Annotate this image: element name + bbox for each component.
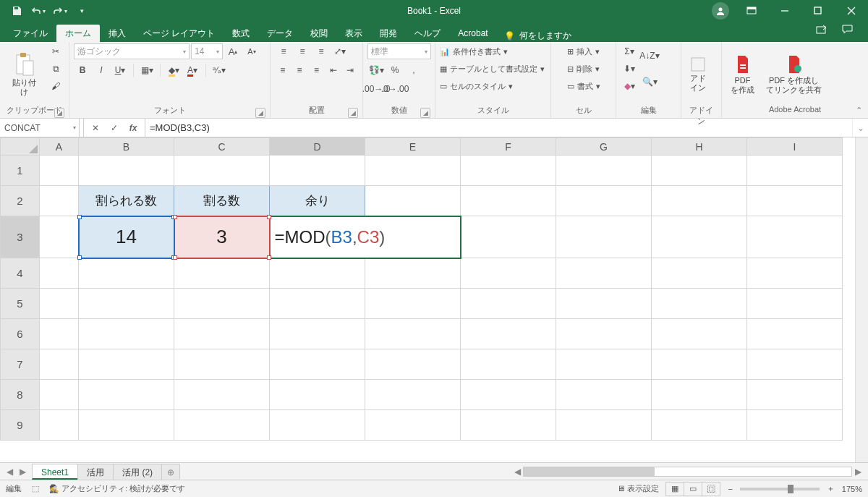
view-normal-icon[interactable]: ▦ bbox=[665, 482, 684, 496]
percent-icon[interactable]: % bbox=[386, 62, 404, 78]
hscroll-left-icon[interactable]: ◀ bbox=[511, 467, 523, 477]
delete-cells-button[interactable]: ⊟ 削除 ▾ bbox=[556, 61, 611, 77]
tab-view[interactable]: 表示 bbox=[336, 25, 371, 42]
name-box[interactable]: CONCAT▾ bbox=[0, 119, 80, 137]
enter-formula-icon[interactable]: ✓ bbox=[106, 120, 123, 136]
accounting-icon[interactable]: 💱▾ bbox=[367, 62, 385, 78]
cell-B3[interactable]: 14 bbox=[79, 216, 174, 258]
comma-icon[interactable]: , bbox=[405, 62, 422, 78]
range-handle-icon[interactable] bbox=[267, 215, 271, 219]
clear-icon[interactable]: ◆▾ bbox=[621, 78, 638, 94]
tab-page-layout[interactable]: ページ レイアウト bbox=[135, 25, 224, 42]
sheet-tab-2[interactable]: 活用 bbox=[77, 464, 114, 480]
view-page-layout-icon[interactable]: ▭ bbox=[684, 482, 702, 496]
increase-indent-icon[interactable]: ⇥ bbox=[343, 62, 358, 78]
italic-icon[interactable]: I bbox=[93, 62, 110, 78]
range-handle-icon[interactable] bbox=[267, 255, 271, 260]
paste-button[interactable]: 貼り付け bbox=[4, 43, 44, 105]
view-page-break-icon[interactable]: ⿴ bbox=[702, 482, 720, 496]
insert-function-icon[interactable]: fx bbox=[124, 120, 142, 136]
copy-icon[interactable]: ⧉ bbox=[47, 61, 64, 77]
decrease-decimal-icon[interactable]: .0→.00 bbox=[386, 81, 404, 97]
row-header-8[interactable]: 8 bbox=[1, 380, 40, 410]
tab-review[interactable]: 校閲 bbox=[302, 25, 336, 42]
col-header-G[interactable]: G bbox=[556, 138, 652, 156]
share-button[interactable] bbox=[809, 25, 835, 42]
ribbon-display-icon[interactable] bbox=[735, 0, 768, 22]
col-header-H[interactable]: H bbox=[652, 138, 747, 156]
insert-cells-button[interactable]: ⊞ 挿入 ▾ bbox=[556, 43, 611, 59]
sheet-tab-sheet1[interactable]: Sheet1 bbox=[32, 464, 78, 480]
conditional-formatting-button[interactable]: 📊 条件付き書式 ▾ bbox=[440, 43, 546, 59]
formula-input[interactable]: =MOD(B3,C3) bbox=[145, 119, 852, 137]
tab-acrobat[interactable]: Acrobat bbox=[449, 25, 496, 42]
tab-file[interactable]: ファイル bbox=[4, 25, 56, 42]
fill-icon[interactable]: ⬇▾ bbox=[621, 61, 638, 77]
row-header-6[interactable]: 6 bbox=[1, 319, 40, 349]
vertical-scrollbar[interactable] bbox=[855, 137, 868, 462]
border-icon[interactable]: ▦▾ bbox=[138, 62, 156, 78]
col-header-B[interactable]: B bbox=[79, 138, 174, 156]
tab-developer[interactable]: 開発 bbox=[371, 25, 406, 42]
number-dialog-launcher[interactable]: ◢ bbox=[420, 108, 430, 118]
row-header-9[interactable]: 9 bbox=[1, 410, 40, 441]
align-middle-icon[interactable]: ≡ bbox=[294, 43, 311, 59]
fill-color-icon[interactable]: ◆▾ bbox=[165, 62, 182, 78]
font-dialog-launcher[interactable]: ◢ bbox=[255, 108, 265, 118]
minimize-button[interactable] bbox=[768, 0, 801, 22]
range-handle-icon[interactable] bbox=[77, 215, 82, 219]
cut-icon[interactable]: ✂ bbox=[47, 43, 64, 59]
save-icon[interactable] bbox=[7, 1, 26, 20]
share-pdf-button[interactable]: PDF を作成し てリンクを共有 bbox=[762, 43, 826, 105]
bold-icon[interactable]: B bbox=[74, 62, 91, 78]
increase-font-icon[interactable]: A▴ bbox=[224, 43, 242, 59]
decrease-font-icon[interactable]: A▾ bbox=[243, 43, 260, 59]
redo-icon[interactable]: ▾ bbox=[51, 1, 69, 20]
col-header-E[interactable]: E bbox=[365, 138, 461, 156]
expand-formula-bar-icon[interactable]: ⌄ bbox=[852, 119, 868, 137]
number-format-combo[interactable]: 標準▾ bbox=[367, 43, 431, 59]
row-header-1[interactable]: 1 bbox=[1, 156, 40, 186]
cell-D2[interactable]: 余り bbox=[270, 186, 365, 216]
tab-home[interactable]: ホーム bbox=[56, 25, 100, 42]
user-avatar-icon[interactable] bbox=[712, 2, 729, 20]
align-right-icon[interactable]: ≡ bbox=[309, 62, 324, 78]
col-header-I[interactable]: I bbox=[747, 138, 843, 156]
new-sheet-button[interactable]: ⊕ bbox=[161, 464, 180, 480]
col-header-F[interactable]: F bbox=[461, 138, 556, 156]
align-center-icon[interactable]: ≡ bbox=[292, 62, 307, 78]
undo-icon[interactable]: ▾ bbox=[29, 1, 48, 20]
cell-C2[interactable]: 割る数 bbox=[174, 186, 270, 216]
orientation-icon[interactable]: ⤢▾ bbox=[331, 43, 349, 59]
font-color-icon[interactable]: A▾ bbox=[184, 62, 201, 78]
tab-insert[interactable]: 挿入 bbox=[100, 25, 135, 42]
row-header-7[interactable]: 7 bbox=[1, 349, 40, 380]
cell-D3-editing[interactable]: =MOD(B3,C3) bbox=[270, 216, 461, 258]
font-size-combo[interactable]: 14▾ bbox=[191, 43, 223, 59]
col-header-A[interactable]: A bbox=[40, 138, 79, 156]
sort-filter-icon[interactable]: A↓Z▾ bbox=[641, 43, 658, 68]
zoom-slider[interactable] bbox=[740, 488, 820, 490]
range-handle-icon[interactable] bbox=[173, 215, 177, 219]
cell-C3[interactable]: 3 bbox=[174, 216, 270, 258]
cell-styles-button[interactable]: ▭ セルのスタイル ▾ bbox=[440, 78, 546, 94]
create-pdf-button[interactable]: PDF を作成 bbox=[726, 43, 759, 105]
col-header-D[interactable]: D bbox=[270, 138, 365, 156]
range-handle-icon[interactable] bbox=[173, 255, 177, 260]
format-painter-icon[interactable]: 🖌 bbox=[47, 78, 64, 94]
zoom-in-icon[interactable]: ＋ bbox=[827, 483, 835, 494]
accessibility-status[interactable]: 🕵 アクセシビリティ: 検討が必要です bbox=[49, 483, 185, 494]
row-header-3[interactable]: 3 bbox=[1, 216, 40, 258]
font-name-combo[interactable]: 游ゴシック▾ bbox=[74, 43, 190, 59]
select-all-corner[interactable] bbox=[1, 138, 40, 156]
hscroll-right-icon[interactable]: ▶ bbox=[852, 467, 864, 477]
sheet-nav-prev-icon[interactable]: ◀ bbox=[3, 464, 16, 479]
align-left-icon[interactable]: ≡ bbox=[275, 62, 290, 78]
sheet-tab-3[interactable]: 活用 (2) bbox=[113, 464, 162, 480]
find-select-icon[interactable]: 🔍▾ bbox=[641, 69, 658, 94]
sheet-nav-next-icon[interactable]: ▶ bbox=[16, 464, 29, 479]
worksheet-grid[interactable]: A B C D E F G H I 1 2 割られる数 割る数 余り bbox=[0, 137, 855, 462]
align-top-icon[interactable]: ≡ bbox=[275, 43, 292, 59]
clipboard-dialog-launcher[interactable]: ◢ bbox=[54, 108, 64, 118]
underline-icon[interactable]: U▾ bbox=[111, 62, 129, 78]
